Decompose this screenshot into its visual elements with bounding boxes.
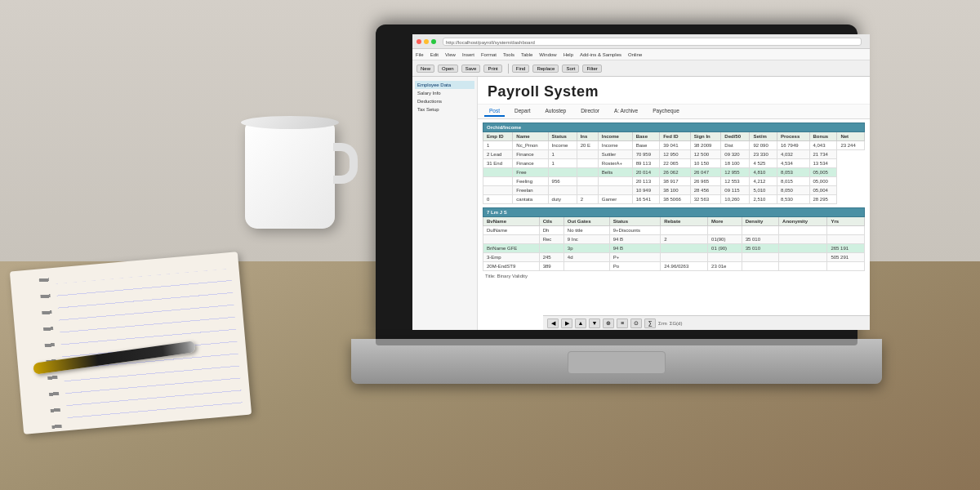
lmjs-cell [539, 244, 564, 253]
orchid-cell: 20 E [577, 141, 598, 150]
bottom-sum-gd: ΣG(d) [670, 321, 683, 326]
orchid-cell: 05,000 [809, 177, 837, 186]
orchid-cell: Suttler [598, 150, 632, 159]
orchid-cell: 4,534 [777, 159, 809, 168]
orchid-cell: Base [632, 141, 659, 150]
orchid-cell: 09 115 [721, 186, 750, 195]
tab-autostep[interactable]: Autostep [541, 106, 572, 117]
col-setm: Set/m [750, 132, 777, 141]
menu-view[interactable]: View [445, 52, 456, 57]
menu-file[interactable]: File [416, 52, 424, 57]
orchid-cell: 8,050 [777, 186, 809, 195]
bottom-btn-next[interactable]: ▶ [561, 318, 572, 328]
tab-paycheque[interactable]: Paycheque [648, 106, 684, 117]
lmjs-cell: Dh [539, 226, 564, 235]
menu-table[interactable]: Table [521, 52, 532, 57]
orchid-cell: 20 014 [632, 168, 659, 177]
orchid-cell: 38 100 [660, 186, 691, 195]
tab-director[interactable]: Director [576, 106, 604, 117]
lmjs-cell: 3-Emp [483, 253, 540, 262]
orchid-cell: 956 [548, 177, 577, 186]
orchid-cell: Finance [513, 150, 548, 159]
lmjs-cell [661, 226, 708, 235]
orchid-cell: 4,212 [750, 177, 777, 186]
bottom-btn-list[interactable]: ≡ [617, 318, 628, 328]
orchid-cell: 12 955 [721, 168, 750, 177]
orchid-cell: 2,510 [750, 195, 777, 204]
lmjs-cell: 01(90) [708, 235, 742, 244]
bottom-btn-down[interactable]: ▼ [589, 318, 600, 328]
sidebar-item-employee[interactable]: Employee Data [415, 81, 474, 89]
sidebar: Employee Data Salary Info Deductions Tax… [412, 77, 478, 330]
orchid-cell: Income [548, 141, 577, 150]
menu-addins[interactable]: Add-ins & Samples [580, 52, 621, 57]
browser-maximize-btn[interactable] [431, 39, 436, 44]
sidebar-section-nav: Employee Data Salary Info Deductions Tax… [415, 81, 474, 114]
toolbar-print-btn[interactable]: Print [483, 65, 501, 73]
toolbar-filter-btn[interactable]: Filter [582, 65, 601, 73]
menu-window[interactable]: Window [539, 52, 556, 57]
browser-url-bar[interactable]: http://localhost/payroll/system/dashboar… [443, 38, 862, 46]
orchid-cell: 89 113 [632, 159, 659, 168]
toolbar-replace-btn[interactable]: Replace [532, 65, 559, 73]
orchid-cell: 20 113 [632, 177, 659, 186]
menu-bar: File Edit View Insert Format Tools Table… [412, 49, 870, 60]
orchid-cell: 8,530 [777, 195, 809, 204]
bottom-btn-prev[interactable]: ◀ [547, 318, 559, 328]
menu-online[interactable]: Online [628, 52, 642, 57]
col-ded50: Ded/50 [721, 132, 750, 141]
col-base: Base [632, 132, 659, 141]
mug-rim [241, 116, 339, 129]
menu-insert[interactable]: Insert [462, 52, 474, 57]
menu-edit[interactable]: Edit [430, 52, 439, 57]
bottom-btn-add[interactable]: ⊕ [603, 318, 614, 328]
menu-help[interactable]: Help [564, 52, 573, 57]
orchid-cell: Dist [721, 141, 750, 150]
lmjs-cell [827, 235, 865, 244]
orchid-cell: Freelan [513, 186, 548, 195]
sidebar-item-salary[interactable]: Salary Info [415, 89, 474, 97]
lmjs-cell: 389 [539, 262, 564, 271]
lmjs-cell [779, 262, 827, 271]
orchid-cell: 31 End [483, 159, 513, 168]
tab-archive[interactable]: A: Archive [609, 106, 643, 117]
menu-format[interactable]: Format [481, 52, 497, 57]
browser-minimize-btn[interactable] [424, 39, 429, 44]
notebook [10, 252, 252, 434]
col-process: Process [777, 132, 809, 141]
orchid-cell: 12 950 [660, 150, 691, 159]
orchid-cell [577, 168, 598, 177]
sidebar-item-deductions[interactable]: Deductions [415, 97, 474, 105]
lmjs-cell: 24.96/0263 [661, 262, 708, 271]
toolbar-new-btn[interactable]: New [416, 65, 434, 73]
orchid-cell: Income [598, 141, 632, 150]
bottom-btn-circle[interactable]: ⊙ [630, 318, 642, 328]
lmjs-cell: 20M-EndST9 [483, 262, 540, 271]
lmjs-table: 7 Lm J S BvName Ctls Out Gates Status Re… [483, 207, 865, 271]
orchid-cell: 05,005 [809, 168, 837, 177]
orchid-cell: Finance [513, 159, 548, 168]
laptop-touchpad[interactable] [568, 351, 666, 374]
lmjs-cell: 35 010 [742, 244, 778, 253]
orchid-cell: 4,032 [777, 150, 809, 159]
orchid-cell: 26 047 [690, 168, 721, 177]
col-outgates: Out Gates [564, 217, 609, 226]
toolbar-find-btn[interactable]: Find [512, 65, 530, 73]
orchid-cell: 05,004 [809, 186, 837, 195]
lmjs-cell: 94 B [609, 235, 661, 244]
col-density: Density [742, 217, 778, 226]
tab-post[interactable]: Post [484, 106, 505, 117]
tab-depart[interactable]: Depart [510, 106, 536, 117]
menu-tools[interactable]: Tools [503, 52, 514, 57]
bottom-btn-up[interactable]: ▲ [575, 318, 586, 328]
orchid-income-table: Orchid/Income Emp ID Name Status Ins Inc… [483, 122, 865, 204]
sidebar-item-tax[interactable]: Tax Setup [415, 105, 474, 114]
toolbar-open-btn[interactable]: Open [438, 65, 458, 73]
bottom-btn-sum[interactable]: ∑ [644, 318, 656, 328]
toolbar-sort-btn[interactable]: Sort [562, 65, 579, 73]
browser-close-btn[interactable] [416, 39, 421, 44]
screen-content: http://localhost/payroll/system/dashboar… [412, 34, 870, 330]
lmjs-cell [708, 253, 742, 262]
laptop-base [351, 339, 882, 384]
toolbar-save-btn[interactable]: Save [461, 65, 481, 73]
